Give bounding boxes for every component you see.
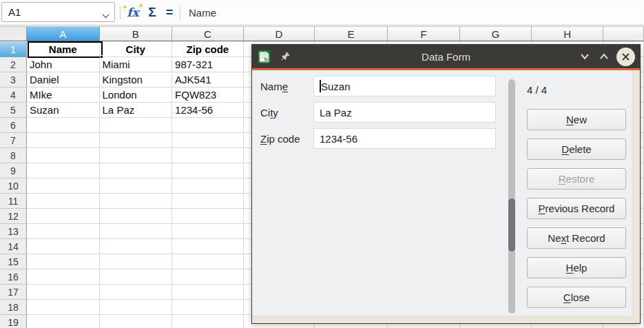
row-header-14[interactable]: 14 — [0, 239, 27, 254]
cell-A9[interactable] — [27, 163, 100, 178]
cell-A1[interactable]: Name — [27, 42, 100, 57]
dialog-titlebar[interactable]: Data Form — [252, 45, 640, 68]
cell-B16[interactable] — [100, 269, 173, 285]
cell-A5[interactable]: Suzan — [27, 103, 100, 118]
cell-A11[interactable] — [27, 194, 100, 209]
cell-A14[interactable] — [27, 239, 100, 254]
cell-C3[interactable]: AJK541 — [172, 72, 244, 88]
roll-up-icon[interactable] — [597, 52, 611, 61]
cell-B1[interactable]: City — [100, 42, 173, 57]
row-header-15[interactable]: 15 — [0, 254, 27, 269]
row-header-9[interactable]: 9 — [0, 163, 27, 178]
previous-record-button[interactable]: Previous Record — [527, 198, 626, 219]
cell-C2[interactable]: 987-321 — [172, 57, 244, 72]
select-all-corner[interactable] — [0, 27, 27, 41]
cell-A10[interactable] — [27, 178, 100, 194]
cell-reference-input[interactable]: A1 — [1, 2, 115, 22]
autosum-icon[interactable]: Σ — [144, 0, 160, 25]
column-header-F[interactable]: F — [388, 27, 461, 41]
column-header-A[interactable]: A — [27, 27, 100, 41]
cell-C19[interactable] — [172, 315, 244, 328]
column-header-H[interactable]: H — [532, 27, 604, 41]
field-input-city[interactable]: La Paz — [313, 102, 496, 123]
column-header-E[interactable]: E — [315, 27, 388, 41]
cell-B3[interactable]: Kingston — [100, 72, 173, 88]
cell-C9[interactable] — [172, 163, 244, 178]
cell-A19[interactable] — [27, 315, 100, 328]
row-header-17[interactable]: 17 — [0, 285, 27, 300]
row-header-18[interactable]: 18 — [0, 300, 27, 315]
close-button[interactable]: Close — [527, 287, 626, 308]
pin-icon[interactable] — [280, 51, 291, 62]
cell-B14[interactable] — [100, 239, 173, 254]
cell-B7[interactable] — [100, 133, 173, 148]
new-button[interactable]: New — [527, 109, 626, 130]
cell-C6[interactable] — [172, 118, 244, 133]
cell-C11[interactable] — [172, 194, 244, 209]
cell-B11[interactable] — [100, 194, 173, 209]
next-record-button[interactable]: Next Record — [527, 227, 626, 249]
cell-C14[interactable] — [172, 239, 244, 254]
row-header-19[interactable]: 19 — [0, 315, 27, 328]
row-header-4[interactable]: 4 — [0, 88, 27, 103]
cell-B19[interactable] — [100, 315, 173, 328]
chevron-down-icon[interactable] — [102, 9, 110, 21]
cell-A15[interactable] — [27, 254, 100, 269]
column-header-partial[interactable] — [603, 27, 644, 41]
cell-A18[interactable] — [27, 300, 100, 315]
cell-B15[interactable] — [100, 254, 173, 269]
row-header-6[interactable]: 6 — [0, 118, 27, 133]
cell-B4[interactable]: London — [100, 88, 173, 103]
cell-C7[interactable] — [172, 133, 244, 148]
help-button[interactable]: Help — [527, 257, 626, 278]
formula-equals-icon[interactable]: = — [163, 0, 176, 25]
column-header-C[interactable]: C — [172, 27, 244, 41]
row-header-3[interactable]: 3 — [0, 72, 27, 88]
row-header-5[interactable]: 5 — [0, 103, 27, 118]
cell-A13[interactable] — [27, 224, 100, 239]
cell-C18[interactable] — [172, 300, 244, 315]
cell-C10[interactable] — [172, 178, 244, 194]
cell-C8[interactable] — [172, 148, 244, 163]
function-wizard-icon[interactable]: ✦ fx ✦ — [124, 0, 142, 25]
formula-input[interactable]: Name — [183, 1, 643, 23]
roll-down-icon[interactable] — [578, 52, 592, 61]
cell-B13[interactable] — [100, 224, 173, 239]
row-header-1[interactable]: 1 — [0, 42, 27, 57]
cell-A3[interactable]: Daniel — [27, 72, 100, 88]
close-icon[interactable] — [616, 48, 635, 66]
field-input-zip-code[interactable]: 1234-56 — [313, 128, 496, 149]
cell-C4[interactable]: FQW823 — [172, 88, 244, 103]
cell-A12[interactable] — [27, 209, 100, 224]
cell-B10[interactable] — [100, 178, 173, 194]
row-header-13[interactable]: 13 — [0, 224, 27, 239]
row-header-12[interactable]: 12 — [0, 209, 27, 224]
field-input-name[interactable]: Suzan — [313, 76, 496, 96]
cell-B17[interactable] — [100, 285, 173, 300]
cell-A16[interactable] — [27, 269, 100, 285]
cell-B12[interactable] — [100, 209, 173, 224]
delete-button[interactable]: Delete — [527, 139, 626, 160]
cell-C16[interactable] — [172, 269, 244, 285]
cell-C15[interactable] — [172, 254, 244, 269]
cell-B6[interactable] — [100, 118, 173, 133]
cell-C5[interactable]: 1234-56 — [172, 103, 244, 118]
cell-B8[interactable] — [100, 148, 173, 163]
column-header-D[interactable]: D — [244, 27, 315, 41]
cell-B9[interactable] — [100, 163, 173, 178]
cell-A8[interactable] — [27, 148, 100, 163]
cell-B5[interactable]: La Paz — [100, 103, 173, 118]
form-scrollbar[interactable] — [508, 79, 515, 314]
row-header-16[interactable]: 16 — [0, 269, 27, 285]
cell-B2[interactable]: Miami — [100, 57, 173, 72]
cell-C17[interactable] — [172, 285, 244, 300]
cell-C13[interactable] — [172, 224, 244, 239]
cell-C12[interactable] — [172, 209, 244, 224]
cell-C1[interactable]: Zip code — [172, 42, 244, 57]
scrollbar-thumb[interactable] — [508, 198, 515, 252]
row-header-11[interactable]: 11 — [0, 194, 27, 209]
column-header-G[interactable]: G — [460, 27, 532, 41]
cell-A17[interactable] — [27, 285, 100, 300]
row-header-7[interactable]: 7 — [0, 133, 27, 148]
column-header-B[interactable]: B — [100, 27, 173, 41]
